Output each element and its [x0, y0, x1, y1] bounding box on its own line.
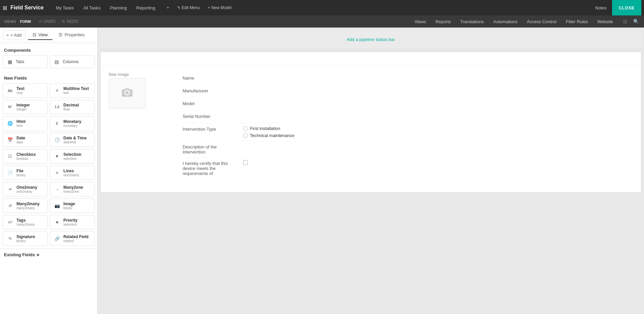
new-model-button[interactable]: + New Model [204, 3, 235, 12]
field-row-description: Description of the Intervention [183, 141, 633, 158]
text-icon: Ab [6, 87, 14, 94]
field-lines[interactable]: ≡ Lines one2many [50, 166, 95, 180]
nav-reports[interactable]: Reports [434, 18, 452, 25]
lines-label: Lines one2many [64, 169, 79, 177]
priority-icon: ★ [53, 219, 61, 226]
nav-access-control[interactable]: Access Control [526, 18, 558, 25]
field-date[interactable]: 📅 Date date [3, 133, 48, 147]
field-text[interactable]: Ab Text char [3, 83, 48, 98]
redo-button[interactable]: ↻ REDO [62, 19, 78, 24]
main-content: Add a pipeline status bar New Image [98, 28, 644, 314]
nav-views[interactable]: Views [413, 18, 427, 25]
field-image[interactable]: 📷 Image binary [50, 198, 95, 213]
radio-circle-2 [243, 133, 248, 138]
search-icon[interactable]: 🔍 [632, 17, 640, 26]
undo-button[interactable]: ↩ UNDO [39, 19, 55, 24]
form-top-section: New Image + [109, 72, 633, 179]
image-placeholder[interactable]: + [109, 78, 146, 108]
certify-field-label: I hereby certify that this device meets … [183, 160, 243, 176]
field-multiline[interactable]: ≡ Multiline Text text [50, 83, 95, 98]
right-side: Notes CLOSE [590, 0, 641, 15]
nav-link-all-tasks[interactable]: All Tasks [79, 3, 105, 12]
many2one-label: Many2one many2one [64, 185, 83, 193]
decimal-label: Decimal float [64, 103, 79, 111]
form-label[interactable]: FORM [20, 19, 31, 24]
radio-first-installation[interactable]: First installation [243, 126, 633, 131]
manufacturer-field-label: Manufacturer [183, 88, 243, 93]
signature-label: Signature binary [16, 234, 35, 243]
html-label: Html html [16, 119, 26, 128]
image-label: Image binary [64, 201, 75, 210]
nav-link-my-tasks[interactable]: My Tasks [52, 3, 78, 12]
field-many2one[interactable]: → Many2one many2one [50, 182, 95, 196]
second-nav-right: Views Reports Translations Automations A… [413, 17, 640, 26]
field-datetime[interactable]: 🕐 Date & Time datetime [50, 133, 95, 147]
grid-icon[interactable]: ⊞ [3, 5, 7, 11]
field-selection[interactable]: ▼ Selection selection [50, 149, 95, 164]
field-priority[interactable]: ★ Priority selection [50, 215, 95, 229]
many2many-label: Many2many many2many [16, 201, 40, 210]
datetime-label: Date & Time datetime [64, 136, 87, 144]
field-row-certify: I hereby certify that this device meets … [183, 158, 633, 179]
existing-fields-label: Existing Fields [4, 252, 35, 257]
app-title: Field Service [10, 5, 44, 11]
view-icon: ⊡ [33, 32, 36, 37]
field-many2many[interactable]: ⇄ Many2many many2many [3, 198, 48, 213]
properties-tab[interactable]: ☰ Properties [54, 30, 89, 40]
existing-fields[interactable]: Existing Fields ▶ [0, 249, 97, 261]
nav-link-reporting[interactable]: Reporting [132, 3, 159, 12]
divider: | [58, 19, 59, 24]
layout-icon[interactable]: ⊟ [621, 17, 629, 26]
radio-technical-maintenance[interactable]: Technical maintenance [243, 133, 633, 138]
form-container: New Image + [100, 52, 641, 192]
nav-links: My Tasks All Tasks Planning Reporting [52, 3, 159, 12]
monetary-label: Monetary monetary [64, 119, 81, 128]
nav-automations[interactable]: Automations [492, 18, 519, 25]
plus-button[interactable]: + [163, 3, 173, 12]
view-tab[interactable]: ⊡ View [28, 30, 52, 40]
many2many-icon: ⇄ [6, 202, 14, 210]
date-label: Date date [16, 136, 25, 144]
close-button[interactable]: CLOSE [612, 0, 641, 15]
sidebar: + + Add ⊡ View ☰ Properties Components ▦… [0, 28, 98, 314]
field-signature[interactable]: ✎ Signature binary [3, 231, 48, 246]
svg-text:+: + [125, 91, 127, 95]
add-label: + Add [10, 33, 22, 38]
intervention-type-label: Intervention Type [183, 126, 243, 132]
field-monetary[interactable]: € Monetary monetary [50, 116, 95, 131]
intervention-type-value: First installation Technical maintenance [243, 126, 633, 138]
component-tabs[interactable]: ▦ Tabs [3, 55, 48, 68]
field-one2many[interactable]: ⇌ One2many one2many [3, 182, 48, 196]
field-related[interactable]: 🔗 Related Field related [50, 231, 95, 246]
field-row-intervention-type: Intervention Type First installation [183, 123, 633, 141]
serial-field-label: Serial Number [183, 113, 243, 119]
add-tab[interactable]: + + Add [3, 30, 25, 40]
nav-filter-rules[interactable]: Filter Rules [565, 18, 590, 25]
pipeline-bar: Add a pipeline status bar [100, 30, 641, 49]
views-label[interactable]: VIEWS [4, 19, 16, 24]
nav-translations[interactable]: Translations [459, 18, 485, 25]
certify-checkbox[interactable] [243, 160, 248, 165]
pipeline-add-text[interactable]: Add a pipeline status bar [347, 37, 395, 42]
edit-menu-button[interactable]: ✎ Edit Menu [174, 3, 203, 12]
field-tags[interactable]: 🏷 Tags many2many [3, 215, 48, 229]
one2many-label: One2many one2many [16, 185, 37, 193]
field-decimal[interactable]: 1.5 Decimal float [50, 100, 95, 114]
field-row-name: Name [183, 72, 633, 85]
nav-actions: + ✎ Edit Menu + New Model [163, 3, 235, 12]
field-checkbox[interactable]: ☑ Checkbox boolean [3, 149, 48, 164]
field-file[interactable]: 📄 File binary [3, 166, 48, 180]
icons-right: ⊟ 🔍 [621, 17, 640, 26]
nav-website[interactable]: Website [596, 18, 614, 25]
properties-label: Properties [65, 32, 84, 37]
views-form-toggle: VIEWS FORM [4, 19, 31, 24]
checkbox-label: Checkbox boolean [16, 152, 36, 161]
model-field-label: Model [183, 100, 243, 106]
description-field-label: Description of the Intervention [183, 144, 243, 154]
field-integer[interactable]: N° Integer integer [3, 100, 48, 114]
new-image-label: New Image [109, 72, 176, 77]
nav-link-planning[interactable]: Planning [106, 3, 131, 12]
field-html[interactable]: 🌐 Html html [3, 116, 48, 131]
component-columns[interactable]: ▤ Columns [50, 55, 95, 68]
notes-button[interactable]: Notes [590, 3, 612, 12]
